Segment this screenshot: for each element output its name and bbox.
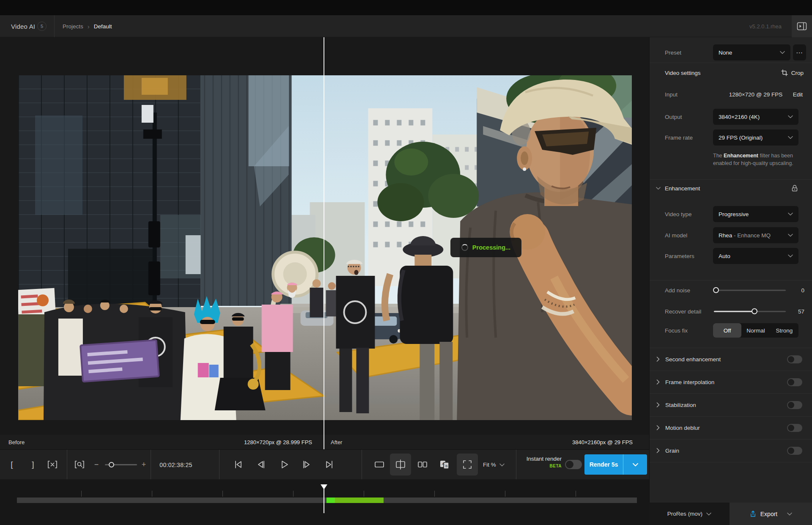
side-by-side-button[interactable] <box>412 454 433 476</box>
sidebar-section-frame-interpolation[interactable]: Frame interpolation <box>650 371 812 393</box>
chevron-right-icon: › <box>88 23 90 30</box>
instant-render-label: Instant render <box>519 456 562 462</box>
video-frame[interactable] <box>18 75 632 420</box>
split-view-button[interactable] <box>390 454 411 476</box>
output-label: Output <box>665 114 682 120</box>
second-enhancement-toggle[interactable] <box>787 355 802 363</box>
video-type-dropdown[interactable]: Progressive <box>713 206 798 222</box>
zoom-selection-button[interactable] <box>71 456 88 473</box>
fullscreen-button[interactable] <box>457 454 478 476</box>
set-in-point-button[interactable]: [ <box>3 456 20 473</box>
preset-dropdown[interactable]: None <box>713 44 790 60</box>
go-to-end-button[interactable] <box>320 455 339 474</box>
playback-toolbar: [ ] − + 00:02:38:25 <box>0 449 649 479</box>
playhead-handle[interactable] <box>321 484 327 489</box>
sidebar-section-stabilization[interactable]: Stabilization <box>650 393 812 416</box>
render-button[interactable]: Render 5s <box>584 454 623 475</box>
fit-zoom-dropdown[interactable]: Fit % <box>483 450 505 480</box>
chevron-right-icon <box>656 357 660 362</box>
chevron-down-icon <box>788 254 793 258</box>
go-to-start-button[interactable] <box>229 455 247 474</box>
spinner-icon <box>461 244 468 251</box>
output-format-dropdown[interactable]: ProRes (mov) <box>649 503 730 525</box>
toolbar-divider <box>67 450 67 480</box>
sidebar-divider <box>650 280 812 280</box>
skip-end-icon <box>324 459 335 470</box>
render-button-group: Render 5s <box>584 454 647 475</box>
focus-fix-label: Focus fix <box>665 327 688 334</box>
single-view-button[interactable] <box>369 454 390 476</box>
ai-model-value: Rhea - Enhance MQ <box>719 232 771 239</box>
instant-render-labels: Instant render BETA <box>519 456 562 468</box>
recover-detail-slider[interactable] <box>714 311 786 312</box>
timeline-track[interactable] <box>17 498 637 503</box>
input-value: 1280×720 @ 29 FPS <box>713 91 798 98</box>
output-dropdown[interactable]: 3840×2160 (4K) <box>713 109 798 125</box>
next-frame-button[interactable] <box>297 455 316 474</box>
skip-start-icon <box>233 459 244 470</box>
focus-fix-normal-option[interactable]: Normal <box>741 323 770 338</box>
header-divider <box>54 15 55 37</box>
crop-button[interactable]: Crop <box>781 69 804 76</box>
frame-interpolation-toggle[interactable] <box>787 378 802 386</box>
toggle-sidebar-button[interactable] <box>792 15 812 37</box>
video-settings-title: Video settings <box>665 70 701 76</box>
svg-text:B: B <box>445 464 447 468</box>
focus-fix-off-option[interactable]: Off <box>713 323 741 338</box>
compare-info-row: Before 1280×720px @ 28.999 FPS After 384… <box>0 435 649 449</box>
ai-model-dropdown[interactable]: Rhea - Enhance MQ <box>713 227 798 243</box>
add-noise-slider[interactable] <box>714 290 786 291</box>
video-type-label: Video type <box>665 211 692 217</box>
before-after-split-handle[interactable] <box>324 37 324 435</box>
parameters-dropdown[interactable]: Auto <box>713 248 798 264</box>
recover-detail-slider-knob[interactable] <box>752 308 757 314</box>
out-point-icon: ] <box>32 460 34 469</box>
timecode-display[interactable]: 00:02:38:25 <box>155 450 197 480</box>
preset-label: Preset <box>665 49 681 56</box>
before-resolution: 1280×720px @ 28.999 FPS <box>0 435 318 449</box>
toolbar-divider <box>219 450 219 480</box>
toolbar-divider <box>362 450 362 480</box>
chevron-down-icon <box>787 512 792 516</box>
section-label: Stabilization <box>665 402 696 408</box>
lock-icon <box>791 184 798 192</box>
breadcrumb-projects[interactable]: Projects <box>63 23 83 30</box>
breadcrumb-current[interactable]: Default <box>94 23 112 30</box>
edit-input-button[interactable]: Edit <box>793 91 803 98</box>
export-button[interactable]: Export <box>730 503 812 525</box>
clear-selection-button[interactable] <box>44 456 61 473</box>
enhancement-section-title[interactable]: Enhancement <box>665 185 700 192</box>
play-button[interactable] <box>274 455 293 474</box>
grain-toggle[interactable] <box>787 447 802 455</box>
chevron-down-icon <box>633 463 638 467</box>
sidebar-section-second-enhancement[interactable]: Second enhancement <box>650 348 812 371</box>
preset-menu-button[interactable]: ⋯ <box>793 44 806 60</box>
chevron-right-icon <box>656 402 660 407</box>
previous-frame-button[interactable] <box>252 455 270 474</box>
header: Video AI 5 Projects › Default v5.2.0.1.r… <box>0 15 812 37</box>
render-options-button[interactable] <box>623 454 647 475</box>
zoom-slider-knob[interactable] <box>109 462 114 467</box>
chevron-down-icon <box>788 115 793 118</box>
zoom-in-button[interactable]: + <box>138 456 150 473</box>
instant-render-toggle[interactable] <box>565 460 582 469</box>
crop-icon <box>781 69 788 76</box>
chevron-down-icon <box>788 212 793 216</box>
stabilization-toggle[interactable] <box>787 401 802 409</box>
sidebar-section-grain[interactable]: Grain <box>650 439 812 462</box>
set-out-point-button[interactable]: ] <box>25 456 41 473</box>
sidebar-section-motion-deblur[interactable]: Motion deblur <box>650 416 812 439</box>
clear-selection-icon <box>47 459 58 470</box>
ab-compare-button[interactable]: A B <box>434 454 455 476</box>
focus-fix-strong-option[interactable]: Strong <box>770 323 798 338</box>
zoom-out-button[interactable]: − <box>91 456 102 473</box>
zoom-slider[interactable] <box>105 464 137 465</box>
add-noise-slider-knob[interactable] <box>713 287 719 293</box>
frame-rate-dropdown[interactable]: 29 FPS (Original) <box>713 129 798 146</box>
chevron-down-icon[interactable] <box>656 186 661 191</box>
export-icon <box>749 510 757 518</box>
motion-deblur-toggle[interactable] <box>787 424 802 432</box>
after-resolution: 3840×2160px @ 29 FPS <box>324 435 641 449</box>
sidebar-divider <box>650 63 812 63</box>
panel-toggle-icon <box>797 22 807 30</box>
